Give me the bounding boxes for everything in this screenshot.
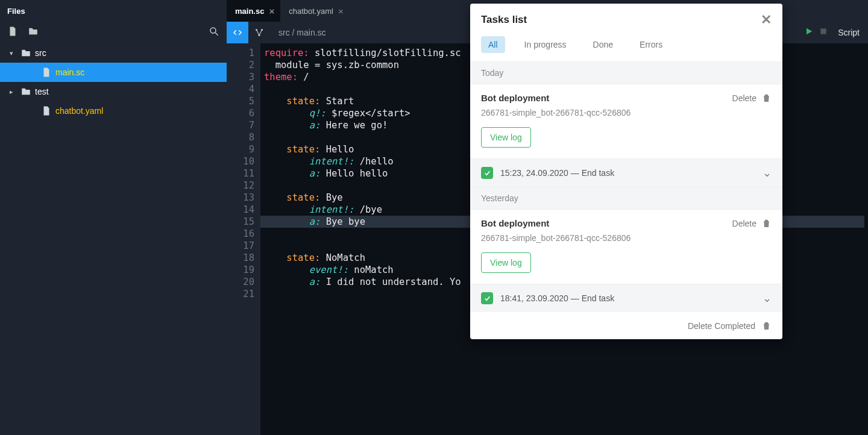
run-icon[interactable] xyxy=(804,27,814,39)
svg-line-1 xyxy=(215,33,218,36)
task-subtitle: 266781-simple_bot-266781-qcc-526806 xyxy=(481,233,772,243)
task-card: Bot deploymentDelete266781-simple_bot-26… xyxy=(470,84,782,158)
filter-errors[interactable]: Errors xyxy=(632,36,670,53)
sidebar-toolbar xyxy=(0,22,227,43)
breadcrumb: src / main.sc xyxy=(270,28,326,37)
folder-icon xyxy=(20,48,31,58)
code-mode-button[interactable] xyxy=(227,22,248,43)
file-icon xyxy=(41,105,52,116)
tasks-filters: AllIn progressDoneErrors xyxy=(470,36,782,61)
sidebar-title: Files xyxy=(0,0,227,22)
new-folder-icon[interactable] xyxy=(28,26,39,39)
graph-mode-button[interactable] xyxy=(248,22,270,43)
tasks-footer: Delete Completed xyxy=(470,312,782,339)
task-subtitle: 266781-simple_bot-266781-qcc-526806 xyxy=(481,108,772,117)
file-row[interactable]: main.sc xyxy=(0,63,227,82)
task-title: Bot deployment xyxy=(481,218,549,228)
folder-icon xyxy=(20,86,31,97)
task-title: Bot deployment xyxy=(481,93,549,103)
check-icon xyxy=(481,292,493,304)
task-meta-text: 15:23, 24.09.2020 — End task xyxy=(500,168,614,178)
view-log-button[interactable]: View log xyxy=(481,127,531,148)
script-label[interactable]: Script xyxy=(833,28,860,37)
check-icon xyxy=(481,167,493,179)
task-meta-row[interactable]: 18:41, 23.09.2020 — End task⌄ xyxy=(470,284,782,312)
trash-icon xyxy=(761,218,772,228)
close-icon[interactable]: ✕ xyxy=(761,12,772,28)
chevron-down-icon[interactable]: ⌄ xyxy=(763,292,772,305)
tab-label: main.sc xyxy=(235,7,264,16)
trash-icon[interactable] xyxy=(761,321,772,331)
tree-label: test xyxy=(35,87,49,96)
editor-right-toolbar: Script xyxy=(804,22,868,43)
editor-tab[interactable]: main.sc× xyxy=(227,0,280,22)
view-log-button[interactable]: View log xyxy=(481,252,531,273)
file-row[interactable]: chatbot.yaml xyxy=(0,101,227,120)
tree-label: main.sc xyxy=(55,67,84,77)
filter-all[interactable]: All xyxy=(481,36,505,53)
tab-label: chatbot.yaml xyxy=(289,7,333,16)
editor-tab[interactable]: chatbot.yaml× xyxy=(280,0,349,22)
search-icon[interactable] xyxy=(209,26,219,39)
stop-icon[interactable] xyxy=(819,27,828,39)
svg-point-0 xyxy=(210,28,216,33)
filter-done[interactable]: Done xyxy=(586,36,620,53)
line-gutter: 123456789101112131415161718192021 xyxy=(227,43,260,435)
new-file-icon[interactable] xyxy=(7,26,18,39)
delete-completed-button[interactable]: Delete Completed xyxy=(688,321,755,331)
tasks-title: Tasks list xyxy=(481,14,527,26)
tasks-section-label: Today xyxy=(470,61,782,84)
task-meta-text: 18:41, 23.09.2020 — End task xyxy=(500,293,614,303)
trash-icon xyxy=(761,93,772,103)
chevron-down-icon[interactable]: ⌄ xyxy=(763,166,772,180)
task-meta-row[interactable]: 15:23, 24.09.2020 — End task⌄ xyxy=(470,158,782,187)
tab-close-icon[interactable]: × xyxy=(338,6,344,16)
filter-in-progress[interactable]: In progress xyxy=(517,36,574,53)
svg-rect-5 xyxy=(821,28,826,34)
task-card: Bot deploymentDelete266781-simple_bot-26… xyxy=(470,210,782,284)
folder-row[interactable]: ▸test xyxy=(0,82,227,101)
folder-row[interactable]: ▾src xyxy=(0,43,227,63)
task-delete-button[interactable]: Delete xyxy=(732,93,772,103)
file-sidebar: Files ▾srcmain.sc▸testchatbot.yaml xyxy=(0,0,227,435)
task-delete-button[interactable]: Delete xyxy=(732,218,772,228)
file-icon xyxy=(41,67,52,78)
tab-close-icon[interactable]: × xyxy=(269,6,274,16)
tree-label: src xyxy=(35,48,46,58)
tasks-section-label: Yesterday xyxy=(470,187,782,210)
file-tree: ▾srcmain.sc▸testchatbot.yaml xyxy=(0,43,227,120)
tree-label: chatbot.yaml xyxy=(55,106,103,116)
tasks-panel: Tasks list ✕ AllIn progressDoneErrors To… xyxy=(470,4,782,339)
